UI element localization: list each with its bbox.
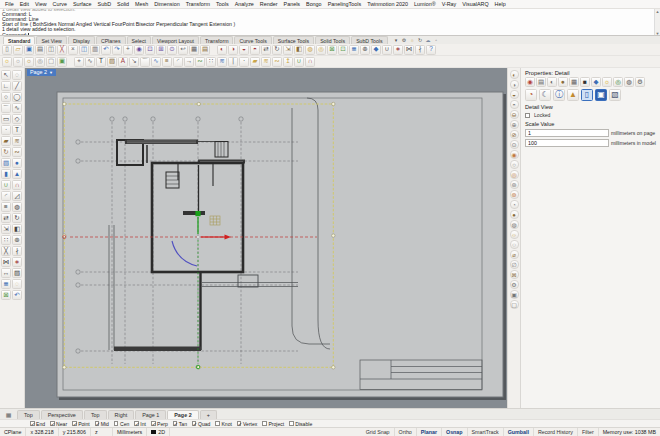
undo-icon[interactable]: ↶ [101, 45, 111, 55]
osnap-project[interactable]: Project [262, 421, 284, 427]
layer-tool-icon[interactable]: ≣ [1, 279, 11, 289]
layers-tab-icon[interactable]: ▤ [536, 77, 546, 87]
sweep-rail-icon[interactable]: ∾ [12, 147, 22, 157]
boolean-difference-icon[interactable]: ∩ [305, 57, 315, 67]
model-object-icon[interactable]: ▧ [609, 89, 621, 101]
status-toggle-planar[interactable]: Planar [417, 428, 442, 436]
checkbox-knot[interactable] [215, 421, 220, 426]
lightbulb-icon[interactable]: ☼ [409, 37, 416, 44]
unlock-objects-icon[interactable]: ⊕ [510, 120, 519, 129]
menu-item[interactable]: View [32, 1, 50, 7]
view-previous-icon[interactable]: ↩ [178, 45, 188, 55]
group-icon[interactable]: ∪ [382, 45, 392, 55]
tab-set-view[interactable]: Set View [36, 36, 66, 44]
select-lasso-icon[interactable]: ◌ [12, 70, 22, 80]
status-toggle-ortho[interactable]: Ortho [395, 428, 417, 436]
checkbox-project[interactable] [262, 421, 267, 426]
viewport-settings-icon[interactable]: ◔ [525, 89, 537, 101]
viewport-title[interactable]: Page 2 ▼ [27, 69, 56, 76]
osnap-vertex[interactable]: Vertex [237, 421, 257, 427]
curve-tool-icon[interactable]: ∿ [151, 57, 161, 67]
checkbox-end[interactable] [30, 421, 35, 426]
layer-light-on-icon[interactable]: ☼ [2, 57, 12, 67]
status-toggle-gumball[interactable]: Gumball [504, 428, 534, 436]
menu-item[interactable]: Help [492, 1, 509, 7]
menu-item[interactable]: Render [257, 1, 281, 7]
current-layer[interactable]: 2D [147, 428, 170, 436]
rectangle-icon[interactable]: ▭ [1, 114, 11, 124]
wireframe-mode-icon[interactable]: ◔ [510, 200, 519, 209]
rotate-tool-icon[interactable]: ↻ [12, 213, 22, 223]
leader-icon[interactable]: ↘ [129, 57, 139, 67]
cloud-icon[interactable]: ☁ [425, 37, 432, 44]
tab-viewport-layout[interactable]: Viewport Layout [152, 36, 199, 44]
ghosted-mode-icon[interactable]: ◍ [510, 220, 519, 229]
cone-solid-icon[interactable]: ▲ [12, 169, 22, 179]
fillet-edge-icon[interactable]: ◜ [1, 191, 11, 201]
menu-item[interactable]: Panels [281, 1, 303, 7]
redo-icon[interactable]: ↷ [112, 45, 122, 55]
tab-page-1[interactable]: Page 1 [135, 410, 166, 419]
panel-gear-icon[interactable]: ⚙ [635, 77, 645, 87]
tab-surface-tools[interactable]: Surface Tools [273, 36, 314, 44]
tab-curve-tools[interactable]: Curve Tools [234, 36, 271, 44]
tab-subd-tools[interactable]: SubD Tools [351, 36, 387, 44]
hide-object-icon[interactable]: ◍ [305, 45, 315, 55]
text-object-icon[interactable]: T [12, 125, 22, 135]
menu-item[interactable]: Mesh [132, 1, 151, 7]
mirror-tool-icon[interactable]: ◧ [12, 224, 22, 234]
isolate-objects-icon[interactable]: ◒ [510, 90, 519, 99]
rendered-mode-icon[interactable]: ☼ [510, 230, 519, 239]
tab-select[interactable]: Select [127, 36, 151, 44]
dimension-tab-icon[interactable]: ◆ [591, 77, 601, 87]
delete-icon[interactable]: ╳ [57, 45, 67, 55]
osnap-cen[interactable]: Cen [114, 421, 129, 427]
point-icon[interactable]: · [1, 125, 11, 135]
tab-right[interactable]: Right [108, 410, 135, 419]
locked-row[interactable]: Locked [525, 112, 656, 118]
paste-icon[interactable]: ▥ [90, 45, 100, 55]
menu-item[interactable]: Analyze [232, 1, 257, 7]
status-toggle-osnap[interactable]: Osnap [442, 428, 467, 436]
gumball-toggle-icon[interactable]: ◆ [371, 45, 381, 55]
zoom-extents-icon[interactable]: ⊞ [156, 45, 166, 55]
menu-item[interactable]: Surface [70, 1, 95, 7]
osnap-end[interactable]: End [30, 421, 45, 427]
checkbox-near[interactable] [50, 421, 55, 426]
layer-state-icon[interactable]: ▣ [57, 57, 67, 67]
circle-icon[interactable]: ○ [1, 92, 11, 102]
menu-item[interactable]: Lumion® [411, 1, 439, 7]
new-file-icon[interactable]: ▯ [2, 45, 12, 55]
explode-tool-icon[interactable]: ∗ [12, 257, 22, 267]
rotate-icon[interactable]: ↻ [272, 45, 282, 55]
chamfer-edge-icon[interactable]: ◿ [12, 191, 22, 201]
hide-in-detail-icon[interactable]: ⊘ [510, 130, 519, 139]
tab-transform[interactable]: Transform [200, 36, 233, 44]
copy-icon[interactable]: ◫ [79, 45, 89, 55]
text-icon[interactable]: T [96, 57, 106, 67]
checkbox-tan[interactable] [173, 421, 178, 426]
unlock-object-icon[interactable]: ⊡ [338, 45, 348, 55]
arc-tool-icon[interactable]: ⌒ [140, 57, 150, 67]
annotate-icon[interactable]: A [118, 57, 128, 67]
array-polar-icon[interactable]: ⊛ [12, 235, 22, 245]
checkbox-point[interactable] [72, 421, 77, 426]
scroll-up-icon[interactable]: ▲ [656, 9, 660, 14]
join-icon[interactable]: ⋈ [404, 45, 414, 55]
array-rect-icon[interactable]: ∷ [1, 235, 11, 245]
detail-on-icon[interactable]: ▣ [510, 290, 519, 299]
sweep-icon[interactable]: ∾ [272, 57, 282, 67]
pin-icon[interactable]: ◦ [433, 37, 440, 44]
menu-item[interactable]: Bongo [303, 1, 325, 7]
chevron-down-icon[interactable]: ▼ [49, 69, 53, 76]
rebuild-icon[interactable]: ∷ [206, 57, 216, 67]
detail-off-icon[interactable]: ▢ [510, 300, 519, 309]
material-tab-icon[interactable]: ● [558, 77, 568, 87]
arc-icon[interactable]: ⌒ [1, 103, 11, 113]
checkbox-quad[interactable] [192, 421, 197, 426]
display-mode-icon[interactable]: ☾ [539, 89, 551, 101]
hide-swap-icon[interactable]: ⌀ [510, 250, 519, 259]
layout-viewport[interactable]: Page 2 ▼ [25, 68, 507, 408]
menu-item[interactable]: Edit [17, 1, 32, 7]
plugin-tab-icon[interactable]: ◎ [613, 77, 623, 87]
